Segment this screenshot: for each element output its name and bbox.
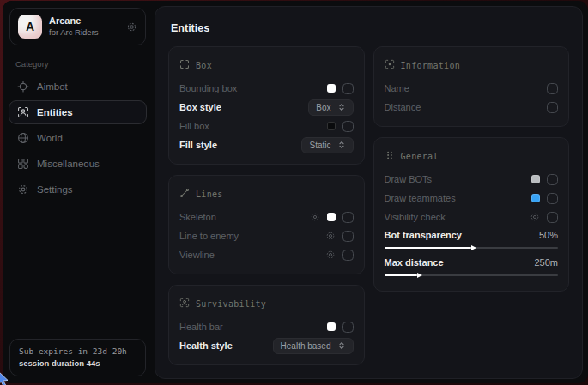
row-viewline: Viewline xyxy=(179,245,354,264)
row-max-distance: Max distance 250m xyxy=(385,254,559,281)
subscription-box: Sub expires in 23d 20h session duration … xyxy=(9,339,146,376)
checkbox[interactable] xyxy=(547,83,558,94)
row-bot-transparency: Bot transparency 50% xyxy=(385,226,559,254)
setting-label: Bounding box xyxy=(179,83,237,93)
checkbox[interactable] xyxy=(342,231,354,242)
color-swatch[interactable] xyxy=(531,194,540,202)
unfold-icon xyxy=(337,103,346,111)
app-window: A Arcane for Arc Riders Category Aimbot xyxy=(3,1,588,383)
slider-thumb[interactable] xyxy=(417,273,422,278)
setting-label: Viewline xyxy=(179,250,215,260)
health-style-dropdown[interactable]: Health based xyxy=(273,338,354,354)
row-health-bar: Health bar xyxy=(179,317,354,336)
slider-fill xyxy=(385,274,417,276)
sidebar-item-miscellaneous[interactable]: Miscellaneous xyxy=(9,152,147,176)
checkbox[interactable] xyxy=(342,121,354,132)
gear-icon[interactable] xyxy=(310,212,320,222)
row-visibility-check: Visibility check xyxy=(385,208,559,226)
entities-icon xyxy=(17,106,29,118)
slider-value: 50% xyxy=(539,230,558,240)
checkbox[interactable] xyxy=(342,212,354,223)
panel-title: General xyxy=(401,152,439,161)
gear-icon[interactable] xyxy=(530,212,540,222)
slider-fill xyxy=(385,247,471,249)
checkbox[interactable] xyxy=(342,322,354,333)
setting-label: Max distance xyxy=(385,257,444,268)
row-skeleton: Skeleton xyxy=(179,208,354,226)
setting-label: Line to enemy xyxy=(179,231,239,241)
checkbox[interactable] xyxy=(342,250,354,261)
row-distance: Distance xyxy=(385,98,559,117)
sidebar-item-label: Settings xyxy=(37,184,73,195)
main-panel: Entities Box Bounding box xyxy=(155,6,583,379)
bot-transparency-slider[interactable] xyxy=(385,244,559,251)
panel-title: Survivability xyxy=(196,299,266,309)
color-swatch[interactable] xyxy=(327,122,336,130)
right-column: Information Name Distance xyxy=(373,46,570,292)
box-style-dropdown[interactable]: Box xyxy=(308,99,353,116)
row-line-to-enemy: Line to enemy xyxy=(179,226,354,245)
color-swatch[interactable] xyxy=(327,322,336,331)
max-distance-slider[interactable] xyxy=(385,272,559,279)
globe-icon xyxy=(17,132,29,144)
settings-grid: Box Bounding box Box style xyxy=(168,46,569,365)
checkbox[interactable] xyxy=(547,102,558,113)
color-swatch[interactable] xyxy=(531,175,540,183)
panel-box: Box Bounding box Box style xyxy=(168,46,365,165)
brand-gear-icon[interactable] xyxy=(126,21,137,33)
row-draw-teammates: Draw teammates xyxy=(385,189,559,208)
line-icon xyxy=(179,186,190,202)
slider-thumb[interactable] xyxy=(471,245,476,250)
setting-label: Box style xyxy=(179,102,221,112)
sidebar-nav: Aimbot Entities World xyxy=(3,75,153,202)
slider-value: 250m xyxy=(534,257,558,268)
row-fill-style: Fill style Static xyxy=(179,135,354,154)
row-bounding-box: Bounding box xyxy=(179,79,354,98)
sidebar-item-entities[interactable]: Entities xyxy=(9,100,147,124)
panel-title: Lines xyxy=(196,189,223,199)
sidebar-item-world[interactable]: World xyxy=(9,126,147,150)
panel-general: General Draw BOTs Draw teammates xyxy=(373,137,570,292)
panel-lines-header: Lines xyxy=(179,186,354,202)
panel-title: Box xyxy=(196,61,212,70)
sidebar-item-label: Miscellaneous xyxy=(37,159,100,169)
sidebar-item-aimbot[interactable]: Aimbot xyxy=(9,75,147,99)
setting-label: Draw teammates xyxy=(385,193,456,203)
setting-label: Fill box xyxy=(179,121,209,131)
scan-dot-icon xyxy=(385,57,395,73)
session-duration-text: session duration 44s xyxy=(19,358,136,368)
checkbox[interactable] xyxy=(547,193,558,204)
setting-label: Bot transparency xyxy=(385,230,462,240)
dropdown-value: Health based xyxy=(281,341,331,351)
checkbox[interactable] xyxy=(342,83,354,94)
setting-label: Visibility check xyxy=(385,212,446,222)
panel-lines: Lines Skeleton xyxy=(168,175,365,274)
setting-label: Health bar xyxy=(179,322,223,332)
page-title: Entities xyxy=(171,22,569,34)
grid-icon xyxy=(17,158,29,170)
sidebar-item-label: Entities xyxy=(37,107,73,117)
checkbox[interactable] xyxy=(547,212,558,223)
setting-label: Draw BOTs xyxy=(385,174,433,184)
color-swatch[interactable] xyxy=(327,84,336,93)
sub-expiry-text: Sub expires in 23d 20h xyxy=(19,346,136,356)
dots-icon xyxy=(385,148,395,164)
setting-label: Distance xyxy=(385,102,421,112)
color-swatch[interactable] xyxy=(327,213,336,221)
dropdown-value: Static xyxy=(309,141,330,150)
fill-style-dropdown[interactable]: Static xyxy=(301,137,353,153)
panel-general-header: General xyxy=(385,148,559,164)
screen: A Arcane for Arc Riders Category Aimbot xyxy=(0,0,588,385)
box-icon xyxy=(179,57,190,73)
panel-information-header: Information xyxy=(385,57,559,73)
sidebar-item-settings[interactable]: Settings xyxy=(9,177,147,202)
brand-logo: A xyxy=(18,15,42,39)
gear-icon xyxy=(17,183,29,196)
row-box-style: Box style Box xyxy=(179,98,354,117)
gear-icon[interactable] xyxy=(325,250,336,260)
brand-text: Arcane for Arc Riders xyxy=(49,15,119,38)
checkbox[interactable] xyxy=(547,174,558,185)
gear-icon[interactable] xyxy=(325,231,336,241)
sidebar-item-label: World xyxy=(37,133,63,143)
panel-survivability-header: Survivability xyxy=(179,296,354,311)
